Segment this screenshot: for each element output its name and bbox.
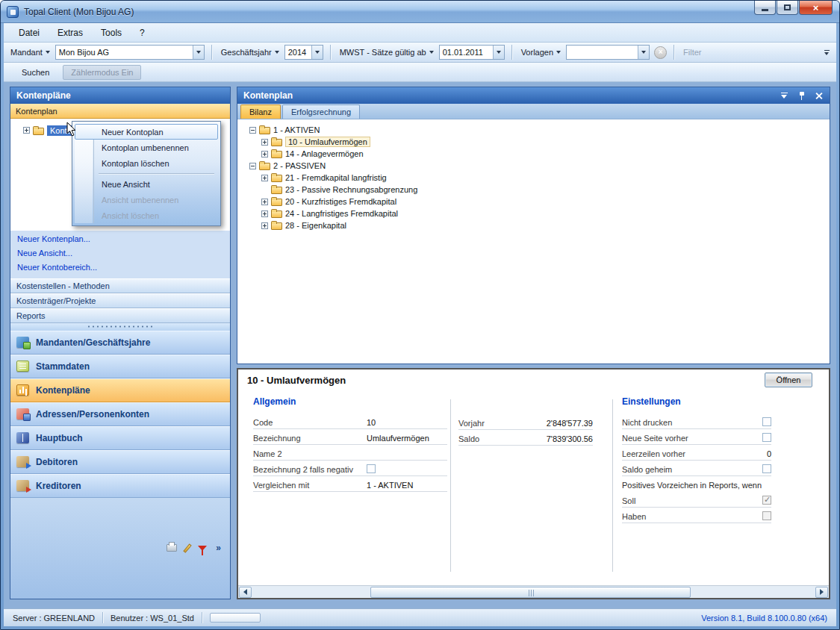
mwst-combobox[interactable]: 01.01.2011 [439, 45, 505, 60]
expander-icon[interactable] [249, 163, 256, 169]
menu-help[interactable]: ? [132, 25, 152, 40]
tree-item-2-passiven[interactable]: 2 - PASSIVEN [242, 160, 825, 172]
expander-icon[interactable] [261, 139, 268, 146]
nicht-drucken-checkbox[interactable] [762, 417, 771, 426]
dropdown-icon[interactable] [780, 91, 789, 101]
tree-item-23-passive-rechnungsabgrenzung[interactable]: 23 - Passive Rechnungsabgrenzung [242, 184, 825, 196]
vorlagen-combobox[interactable] [566, 45, 650, 60]
tab-erfolgsrechnung[interactable]: Erfolgsrechnung [282, 105, 360, 119]
context-neuer-kontoplan[interactable]: Neuer Kontoplan [75, 124, 218, 140]
detail-body: Allgemein Code 10 Bezeichnung Umlaufverm… [238, 390, 829, 585]
tree-item-14-anlagevermoegen[interactable]: 14 - Anlagevermögen [242, 148, 825, 160]
filter-icon[interactable] [198, 546, 207, 551]
folder-icon [271, 139, 282, 146]
nav-kreditoren[interactable]: Kreditoren [10, 474, 230, 498]
expander-icon[interactable] [261, 175, 268, 181]
mandant-dropdown[interactable]: Mandant [8, 48, 52, 57]
expander-icon[interactable] [261, 199, 268, 205]
scrollbar-track[interactable] [252, 587, 815, 598]
oeffnen-button[interactable]: Öffnen [765, 372, 812, 387]
tab-bilanz[interactable]: Bilanz [240, 105, 281, 119]
vorlagen-value [567, 46, 638, 59]
close-icon [813, 3, 819, 13]
nav-adressen-personenkonten[interactable]: Adressen/Personenkonten [10, 402, 230, 426]
section-kostenstellen-methoden[interactable]: Kostenstellen - Methoden [10, 278, 230, 293]
context-kontoplan-umbenennen[interactable]: Kontoplan umbenennen [75, 140, 218, 155]
close-panel-icon[interactable] [814, 91, 824, 101]
kontenplan-group-header[interactable]: Kontenplan [10, 104, 230, 119]
vergleichen-value[interactable]: 1 - AKTIVEN [367, 481, 447, 491]
nav-mandanten-geschaeftsjahre[interactable]: Mandanten/Geschäftsjahre [10, 331, 230, 355]
nav-hauptbuch[interactable]: Hauptbuch [10, 426, 230, 450]
link-neuer-kontobereich[interactable]: Neuer Kontobereich... [17, 263, 223, 272]
geschaeftsjahr-combobox[interactable]: 2014 [284, 45, 323, 60]
allgemein-column: Allgemein Code 10 Bezeichnung Umlaufverm… [253, 396, 447, 582]
left-panel-title: Kontenpläne [16, 90, 71, 101]
section-reports[interactable]: Reports [10, 308, 230, 323]
geschaeftsjahr-dropdown[interactable]: Geschäftsjahr [219, 48, 281, 57]
horizontal-scrollbar[interactable] [238, 585, 829, 598]
tree-item-21-fremdkapital-langfristig[interactable]: 21 - Fremdkapital langfristig [242, 172, 825, 184]
nav-kontenplaene[interactable]: Kontenpläne [10, 378, 230, 402]
link-neuer-kontenplan[interactable]: Neuer Kontenplan... [17, 234, 223, 243]
expander-icon[interactable] [261, 151, 268, 158]
bezeichnung-value[interactable]: Umlaufvermögen [367, 434, 447, 444]
mwst-combo-button[interactable] [493, 46, 504, 59]
suchen-button[interactable]: Suchen [14, 65, 57, 80]
leerzeilen-value[interactable]: 0 [767, 449, 771, 460]
menu-extras[interactable]: Extras [50, 25, 90, 40]
saldo-geheim-checkbox[interactable] [762, 464, 771, 473]
nav-stammdaten[interactable]: Stammdaten [10, 355, 230, 378]
tree-item-10-umlaufvermoegen[interactable]: 10 - Umlaufvermögen [242, 136, 825, 148]
titlebar[interactable]: Topal Client (Mon Bijou AG) [1, 1, 839, 23]
neue-seite-checkbox[interactable] [762, 433, 771, 442]
expander-icon[interactable] [261, 210, 268, 217]
vorlagen-label: Vorlagen [521, 48, 553, 57]
tree-item-24-langfristiges-fremdkapital[interactable]: 24 - Langfristiges Fremdkapital [242, 208, 825, 219]
scroll-left-button[interactable] [239, 587, 252, 598]
name2-value[interactable] [367, 458, 447, 460]
edit-icon[interactable] [184, 543, 192, 553]
geschaeftsjahr-combo-button[interactable] [311, 46, 323, 59]
menu-datei[interactable]: Datei [11, 25, 47, 40]
toolbar-separator [511, 45, 512, 60]
vorlagen-dropdown[interactable]: Vorlagen [519, 48, 563, 57]
expander-icon[interactable] [261, 222, 268, 229]
scrollbar-thumb[interactable] [370, 587, 691, 598]
folder-icon [259, 127, 270, 134]
maximize-button[interactable] [777, 1, 798, 15]
section-kostentraeger-projekte[interactable]: Kostenträger/Projekte [10, 293, 230, 308]
vorlagen-combo-button[interactable] [638, 46, 649, 59]
chevron-double-icon[interactable] [216, 543, 221, 552]
kreditoren-icon [16, 480, 29, 491]
close-button[interactable] [799, 1, 833, 15]
expander-icon[interactable] [23, 127, 30, 134]
nav-splitter-handle[interactable] [10, 323, 230, 331]
mandant-combobox[interactable]: Mon Bijou AG [55, 45, 205, 60]
print-icon[interactable] [167, 544, 177, 552]
link-neue-ansicht[interactable]: Neue Ansicht... [17, 249, 223, 258]
menu-tools[interactable]: Tools [93, 25, 129, 40]
tree-item-20-kurzfristiges-fremdkapital[interactable]: 20 - Kurzfristiges Fremdkapital [242, 196, 825, 208]
allgemein-heading: Allgemein [253, 396, 447, 407]
code-value[interactable]: 10 [367, 418, 447, 428]
mwst-value: 01.01.2011 [440, 46, 493, 59]
scroll-right-button[interactable] [815, 587, 828, 598]
section-label: Kostenstellen - Methoden [16, 281, 110, 290]
mandant-combo-button[interactable] [193, 46, 204, 59]
kontenplan-panel: Kontenplan Bilanz Erfolgsrechnung [237, 87, 830, 364]
context-kontoplan-loeschen[interactable]: Kontoplan löschen [75, 155, 218, 171]
pin-icon[interactable] [797, 91, 806, 101]
minimize-button[interactable] [754, 1, 776, 15]
toolbar-overflow-button[interactable] [821, 44, 832, 60]
mwst-dropdown[interactable]: MWST - Sätze gültig ab [337, 48, 436, 57]
field-vorjahr: Vorjahr 2'848'577.39 [458, 415, 593, 430]
tree-item-28-eigenkapital[interactable]: 28 - Eigenkapital [242, 219, 825, 231]
expander-icon[interactable] [249, 127, 256, 134]
context-neue-ansicht[interactable]: Neue Ansicht [75, 176, 218, 192]
tree-item-1-aktiven[interactable]: 1 - AKTIVEN [242, 124, 825, 136]
adressen-icon [16, 408, 29, 420]
folder-icon [271, 151, 282, 158]
bezeichnung2-checkbox[interactable] [367, 464, 376, 473]
nav-debitoren[interactable]: Debitoren [10, 450, 230, 474]
